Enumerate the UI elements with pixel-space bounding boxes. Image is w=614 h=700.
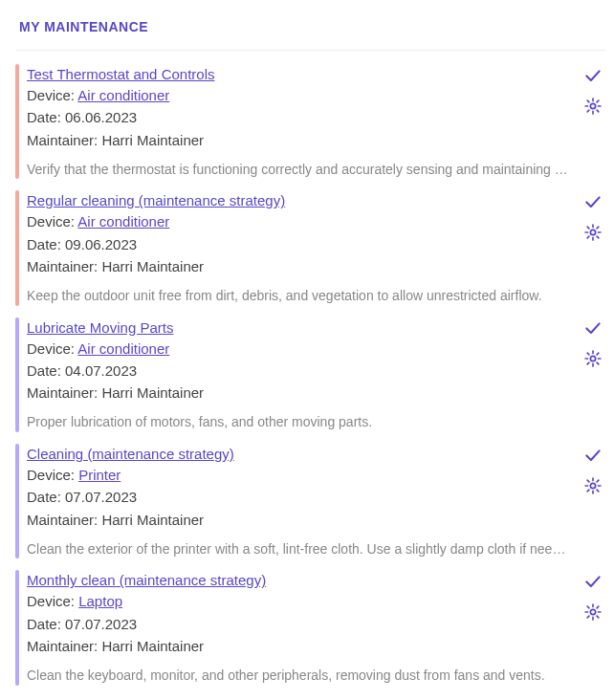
list-item: Test Thermostat and Controls Device: Air… [15,64,606,179]
maintainer-label: Maintainer: [27,512,101,528]
item-actions [580,444,606,558]
device-label: Device: [27,213,77,230]
date-label: Date: [27,616,65,632]
device-link[interactable]: Air conditioner [77,340,169,357]
check-icon [583,318,603,340]
device-row: Device: Printer [27,464,568,486]
svg-point-0 [590,103,595,108]
gear-icon [583,349,603,371]
check-icon [583,572,603,594]
task-title-link[interactable]: Test Thermostat and Controls [27,66,214,82]
item-actions [580,570,606,685]
status-stripe [15,317,19,432]
item-actions [580,317,606,432]
device-link[interactable]: Air conditioner [77,87,169,103]
maintainer-label: Maintainer: [27,132,101,148]
date-row: Date: 06.06.2023 [27,106,568,128]
settings-button[interactable] [582,602,603,623]
date-value: 07.07.2023 [65,616,137,632]
maintainer-label: Maintainer: [27,384,101,401]
status-stripe [15,570,19,685]
task-title-link[interactable]: Regular cleaning (maintenance strategy) [27,192,285,208]
maintainer-value: Harri Maintainer [101,638,204,654]
settings-button[interactable] [582,223,603,244]
device-row: Device: Air conditioner [27,210,568,232]
gear-icon [583,476,603,498]
description: Verify that the thermostat is functionin… [27,161,568,180]
list-item: Lubricate Moving Parts Device: Air condi… [15,317,606,432]
svg-point-3 [590,483,595,488]
description: Clean the keyboard, monitor, and other p… [27,667,568,686]
device-link[interactable]: Air conditioner [77,213,169,230]
item-body: Test Thermostat and Controls Device: Air… [27,64,572,179]
list-item: Regular cleaning (maintenance strategy) … [15,190,606,305]
maintainer-value: Harri Maintainer [101,512,204,528]
date-label: Date: [27,236,65,252]
list-item: Monthly clean (maintenance strategy) Dev… [15,570,606,685]
date-value: 07.07.2023 [65,489,137,505]
item-body: Regular cleaning (maintenance strategy) … [27,190,572,305]
date-value: 09.06.2023 [65,236,137,252]
page-title: MY MAINTENANCE [15,19,606,34]
settings-button[interactable] [582,476,603,497]
item-body: Monthly clean (maintenance strategy) Dev… [27,570,572,685]
date-label: Date: [27,489,65,505]
complete-button[interactable] [582,66,603,87]
device-label: Device: [27,340,77,357]
device-label: Device: [27,467,78,483]
complete-button[interactable] [582,319,603,340]
complete-button[interactable] [582,572,603,593]
device-label: Device: [27,87,77,103]
device-label: Device: [27,593,78,609]
item-body: Cleaning (maintenance strategy) Device: … [27,444,572,558]
maintainer-row: Maintainer: Harri Maintainer [27,129,568,151]
maintainer-label: Maintainer: [27,638,101,654]
description: Keep the outdoor unit free from dirt, de… [27,287,568,306]
description: Proper lubrication of motors, fans, and … [27,413,568,432]
device-row: Device: Air conditioner [27,338,568,360]
svg-point-1 [590,230,595,234]
settings-button[interactable] [582,97,603,118]
device-row: Device: Laptop [27,590,568,612]
complete-button[interactable] [582,446,603,467]
maintainer-row: Maintainer: Harri Maintainer [27,635,568,657]
maintainer-value: Harri Maintainer [101,384,204,401]
description: Clean the exterior of the printer with a… [27,540,568,559]
maintenance-list: Test Thermostat and Controls Device: Air… [15,64,606,686]
maintainer-row: Maintainer: Harri Maintainer [27,382,568,404]
status-stripe [15,190,19,305]
date-row: Date: 04.07.2023 [27,360,568,382]
divider [15,50,606,51]
maintainer-row: Maintainer: Harri Maintainer [27,509,568,531]
maintainer-label: Maintainer: [27,258,101,274]
maintainer-value: Harri Maintainer [101,258,204,274]
svg-point-2 [590,357,595,361]
task-title-link[interactable]: Cleaning (maintenance strategy) [27,446,234,462]
device-row: Device: Air conditioner [27,84,568,106]
gear-icon [583,223,603,245]
check-icon [583,66,603,88]
date-value: 04.07.2023 [65,362,137,379]
complete-button[interactable] [582,192,603,213]
date-value: 06.06.2023 [65,109,137,125]
maintainer-value: Harri Maintainer [101,132,204,148]
status-stripe [15,444,19,558]
date-row: Date: 09.06.2023 [27,233,568,255]
device-link[interactable]: Printer [78,467,121,483]
date-row: Date: 07.07.2023 [27,486,568,508]
item-actions [580,64,606,179]
settings-button[interactable] [582,350,603,371]
device-link[interactable]: Laptop [78,593,122,609]
gear-icon [583,602,603,624]
maintainer-row: Maintainer: Harri Maintainer [27,255,568,277]
item-body: Lubricate Moving Parts Device: Air condi… [27,317,572,432]
task-title-link[interactable]: Monthly clean (maintenance strategy) [27,572,266,588]
task-title-link[interactable]: Lubricate Moving Parts [27,319,173,336]
date-row: Date: 07.07.2023 [27,613,568,635]
list-item: Cleaning (maintenance strategy) Device: … [15,444,606,558]
svg-point-4 [590,609,595,614]
gear-icon [583,97,603,119]
status-stripe [15,64,19,179]
check-icon [583,446,603,468]
check-icon [583,192,603,214]
